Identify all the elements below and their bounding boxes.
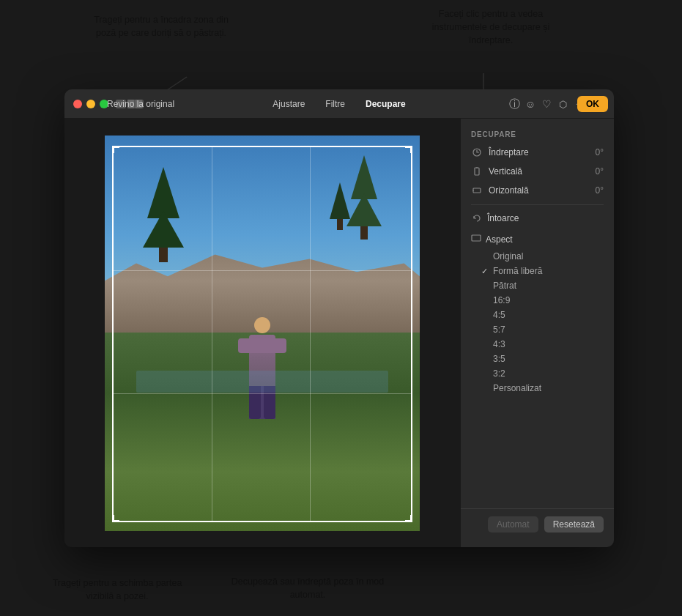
indreptare-value: 0° xyxy=(596,147,604,157)
automat-button[interactable]: Automat xyxy=(488,516,538,532)
photo-wrapper xyxy=(105,136,420,531)
aspect-label: Aspect xyxy=(486,234,513,245)
verticala-icon xyxy=(471,166,483,177)
intoarce-icon xyxy=(471,212,483,224)
aspect-3-5-label: 3:5 xyxy=(493,354,505,364)
tooltip-top-left-text: Trageți pentru a încadra zona din poză p… xyxy=(94,15,229,38)
verticala-label: Verticală xyxy=(489,166,590,177)
crop-grid-h1 xyxy=(114,270,411,271)
aspect-options: Original Formă liberă Pătrat 16:9 4:5 xyxy=(461,249,614,396)
aspect-option-16-9[interactable]: 16:9 xyxy=(483,293,614,308)
tooltip-bottom-left: Trageți pentru a schimba partea vizibilă… xyxy=(44,576,190,603)
aspect-option-4-3[interactable]: 4:3 xyxy=(483,337,614,352)
aspect-icon xyxy=(471,233,481,246)
heart-icon[interactable]: ♡ xyxy=(541,98,552,110)
tooltip-bottom-left-text: Trageți pentru a schimba partea vizibilă… xyxy=(53,578,182,601)
verticala-value: 0° xyxy=(596,166,604,177)
nav-filtre[interactable]: Filtre xyxy=(324,96,346,112)
titlebar: Revino la original Ajustare Filtre Decup… xyxy=(64,89,614,119)
toolbar-icons: ⓘ ☺ ♡ ⬡ ✦ xyxy=(508,89,585,119)
emoji-icon[interactable]: ☺ xyxy=(525,98,536,110)
tooltip-bottom-center-text: Decupează sau îndreptă poza în mod autom… xyxy=(231,576,384,600)
aspect-option-3-2[interactable]: 3:2 xyxy=(483,366,614,381)
content-area: DECUPARE Îndreptare 0° xyxy=(64,119,614,547)
intoarce-row[interactable]: Întoarce xyxy=(461,209,614,227)
crop-grid-v1 xyxy=(212,147,212,521)
indreptare-icon xyxy=(471,146,483,158)
aspect-personalizat-label: Personalizat xyxy=(493,383,541,393)
aspect-patrat-label: Pătrat xyxy=(493,281,516,291)
crop-handle-tr[interactable] xyxy=(405,146,412,153)
aspect-original-label: Original xyxy=(493,251,523,261)
svg-rect-5 xyxy=(475,168,479,175)
nav-ajustare[interactable]: Ajustare xyxy=(271,96,306,112)
sidebar-row-indreptare[interactable]: Îndreptare 0° xyxy=(461,143,614,162)
revert-button[interactable]: Revino la original xyxy=(107,99,174,109)
tooltip-top-right: Faceți clic pentru a vedea instrumentele… xyxy=(418,7,564,48)
svg-rect-7 xyxy=(473,188,481,193)
indreptare-label: Îndreptare xyxy=(489,147,590,157)
aspect-option-3-5[interactable]: 3:5 xyxy=(483,352,614,366)
aspect-option-5-7[interactable]: 5:7 xyxy=(483,322,614,337)
tooltip-top-right-text: Faceți clic pentru a vedea instrumentele… xyxy=(432,9,550,45)
orizontala-icon xyxy=(471,185,483,196)
aspect-option-original[interactable]: Original xyxy=(483,249,614,264)
crop-overlay[interactable] xyxy=(112,146,412,522)
intoarce-label: Întoarce xyxy=(487,213,519,223)
crop-handle-tl[interactable] xyxy=(112,146,119,153)
aspect-title-row[interactable]: Aspect xyxy=(461,230,614,249)
aspect-forma-libera-label: Formă liberă xyxy=(493,266,542,276)
orizontala-value: 0° xyxy=(596,185,604,196)
info-icon[interactable]: ⓘ xyxy=(508,98,520,110)
aspect-option-forma-libera[interactable]: Formă liberă xyxy=(483,264,614,278)
aspect-4-5-label: 4:5 xyxy=(493,310,505,320)
aspect-5-7-label: 5:7 xyxy=(493,324,505,335)
aspect-option-patrat[interactable]: Pătrat xyxy=(483,278,614,293)
nav-bar: Ajustare Filtre Decupare xyxy=(271,96,407,112)
sidebar-row-orizontala[interactable]: Orizontală 0° xyxy=(461,181,614,200)
orizontala-label: Orizontală xyxy=(489,185,590,196)
aspect-16-9-label: 16:9 xyxy=(493,295,510,305)
aspect-option-personalizat[interactable]: Personalizat xyxy=(483,381,614,396)
minimize-button[interactable] xyxy=(86,100,95,108)
crop-handle-br[interactable] xyxy=(405,515,412,522)
sidebar-row-verticala[interactable]: Verticală 0° xyxy=(461,162,614,181)
photo-area[interactable] xyxy=(64,119,460,547)
close-button[interactable] xyxy=(73,100,82,108)
tooltip-top-left: Trageți pentru a încadra zona din poză p… xyxy=(88,13,234,40)
share-icon[interactable]: ⬡ xyxy=(557,98,568,110)
sidebar: DECUPARE Îndreptare 0° xyxy=(460,119,614,547)
sidebar-divider-1 xyxy=(471,204,604,205)
aspect-3-2-label: 3:2 xyxy=(493,368,505,379)
reseteaza-button[interactable]: Resetează xyxy=(544,516,604,532)
tooltip-bottom-center: Decupează sau îndreptă poza în mod autom… xyxy=(227,575,388,601)
aspect-section: Aspect Original Formă liberă Pătrat 16:9 xyxy=(461,227,614,398)
crop-grid-h2 xyxy=(114,393,411,394)
aspect-option-4-5[interactable]: 4:5 xyxy=(483,308,614,322)
nav-decupare[interactable]: Decupare xyxy=(364,96,407,112)
ok-button[interactable]: OK xyxy=(577,96,608,112)
main-window: Revino la original Ajustare Filtre Decup… xyxy=(64,89,614,547)
traffic-lights xyxy=(73,100,108,108)
crop-grid-v2 xyxy=(310,147,311,521)
svg-rect-9 xyxy=(472,235,481,241)
sidebar-section-title: DECUPARE xyxy=(461,126,614,143)
crop-handle-bl[interactable] xyxy=(112,515,119,522)
sidebar-bottom: Automat Resetează xyxy=(461,508,614,540)
aspect-4-3-label: 4:3 xyxy=(493,339,505,349)
